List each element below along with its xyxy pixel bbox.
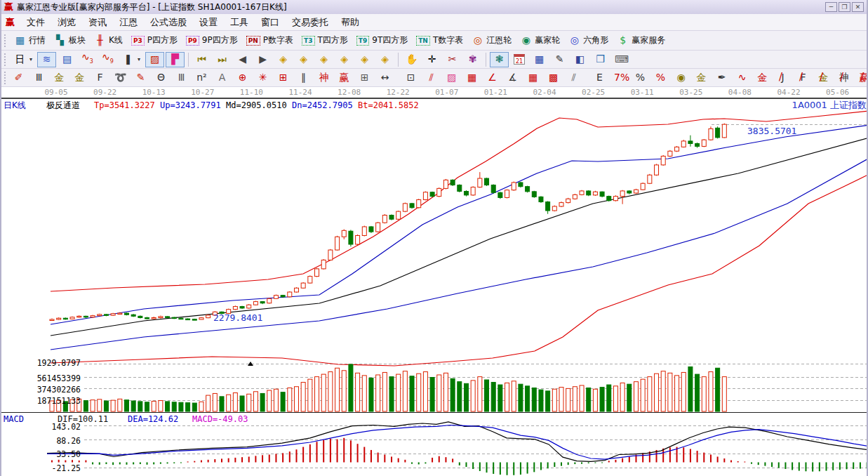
toolbar-button-wave-a[interactable]: ∿: [733, 70, 752, 86]
chart-area[interactable]: 日K线极反通道Tp=3541.3227Up=3243.7791Md=2905.0…: [1, 98, 867, 476]
toolbar-button-draw-pen[interactable]: ✐: [9, 70, 28, 86]
toolbar-grip[interactable]: [4, 34, 7, 47]
toolbar-button-trend-check[interactable]: ∡: [503, 70, 522, 86]
toolbar-button-gold-ratio-lines-2[interactable]: 金: [70, 70, 89, 86]
toolbar-button-wave-3[interactable]: ∿3: [78, 52, 97, 67]
toolbar-button-pattern-tool[interactable]: ▨: [145, 52, 164, 67]
toolbar-button-f-angle[interactable]: F: [794, 70, 813, 86]
toolbar-button-stats-bars[interactable]: Ε: [590, 70, 609, 86]
toolbar-button-t-square[interactable]: T3T四方形: [298, 33, 352, 48]
toolbar-button-9p-square[interactable]: P99P四方形: [182, 33, 241, 48]
toolbar-button-red-grid[interactable]: ▦: [523, 70, 542, 86]
menu-item-tools[interactable]: 工具: [224, 15, 255, 30]
toolbar-button-p-square[interactable]: P3P四方形: [128, 33, 181, 48]
toolbar-button-t-digit-table[interactable]: TNT数字表: [413, 33, 467, 48]
toolbar-button-angle-fan[interactable]: ∠: [483, 70, 502, 86]
toolbar-button-p-digit-table[interactable]: PNP数字表: [243, 33, 297, 48]
toolbar-button-compress-horizontal[interactable]: ◈: [335, 52, 354, 67]
toolbar-button-kline[interactable]: ╫K线: [91, 33, 126, 48]
toolbar-button-step-back[interactable]: ◀: [233, 52, 252, 67]
menu-item-news[interactable]: 资讯: [82, 15, 113, 30]
toolbar-button-star-web[interactable]: ✳: [253, 70, 272, 86]
toolbar-button-crosshair[interactable]: ✛: [422, 52, 441, 67]
toolbar-button-pan-left[interactable]: ◈: [274, 52, 293, 67]
toolbar-button-n-square[interactable]: n²: [192, 70, 211, 86]
toolbar-button-grid-123[interactable]: ⊞: [355, 70, 374, 86]
toolbar-button-export-share[interactable]: ❒: [591, 52, 610, 67]
toolbar-button-calculator[interactable]: ▦: [530, 52, 549, 67]
menu-item-trade-entrust[interactable]: 交易委托: [286, 15, 335, 30]
toolbar-button-9t-square[interactable]: T99T四方形: [353, 33, 411, 48]
menu-item-gann[interactable]: 江恩: [113, 15, 144, 30]
toolbar-button-ying-angle[interactable]: 赢: [855, 70, 867, 86]
toolbar-button-time-box[interactable]: ▦: [462, 70, 481, 86]
toolbar-button-notes[interactable]: ✎: [550, 52, 569, 67]
toolbar-button-expand-vertical[interactable]: ◈: [375, 52, 394, 67]
menu-item-settings[interactable]: 设置: [193, 15, 224, 30]
toolbar-button-measure[interactable]: ✂: [443, 52, 462, 67]
restore-button[interactable]: ❐: [839, 2, 850, 12]
toolbar-button-red-grid-2[interactable]: ▩: [544, 70, 563, 86]
toolbar-button-save[interactable]: ◧: [570, 52, 589, 67]
toolbar-button-flag-pen[interactable]: ✒: [712, 70, 731, 86]
toolbar-button-remote-data[interactable]: ⌨: [611, 52, 630, 67]
toolbar-button-grid-lines[interactable]: Ⅲ: [29, 70, 48, 86]
toolbar-button-j-angle[interactable]: J: [773, 70, 792, 86]
toolbar-button-wave-9[interactable]: ∿9: [98, 52, 117, 67]
close-button[interactable]: ✕: [852, 2, 864, 12]
menu-item-help[interactable]: 帮助: [335, 15, 366, 30]
menu-item-formula-picker[interactable]: 公式选股: [144, 15, 193, 30]
toolbar-button-grid-star[interactable]: ⊞: [274, 70, 293, 86]
toolbar-button-step-forward[interactable]: ▶: [253, 52, 272, 67]
toolbar-grip[interactable]: [4, 53, 7, 66]
toolbar-button-gann-fan[interactable]: ⫽: [422, 70, 441, 86]
toolbar-button-winner-service[interactable]: $赢家服务: [613, 33, 669, 48]
toolbar-button-angle-tool[interactable]: A: [213, 70, 232, 86]
toolbar-button-jump-first[interactable]: ⏮: [192, 52, 211, 67]
toolbar-button-gold-line[interactable]: 金: [692, 70, 711, 86]
toolbar-button-analysis-brain[interactable]: ❃: [490, 52, 509, 67]
toolbar-button-sectors[interactable]: ▚板块: [51, 33, 89, 48]
toolbar-button-ratio-lines[interactable]: Ⅲ: [172, 70, 191, 86]
toolbar-button-spiral[interactable]: ➰: [111, 70, 130, 86]
toolbar-button-period-selector[interactable]: 日▾: [11, 52, 36, 67]
toolbar-button-percent-7[interactable]: 7%: [610, 70, 629, 86]
toolbar-button-hexagon[interactable]: ◎六角形: [565, 33, 612, 48]
toolbar-button-gann-shape[interactable]: ✾: [463, 52, 482, 67]
toolbar-button-quotes[interactable]: ▦行情: [11, 33, 49, 48]
toolbar-button-shen-lines[interactable]: 神: [314, 70, 333, 86]
toolbar-button-histogram-tool[interactable]: ▛: [166, 52, 185, 67]
toolbar-button-gann-wheel[interactable]: ◎江恩轮: [468, 33, 515, 48]
toolbar-button-price-box[interactable]: ▨: [442, 70, 461, 86]
toolbar-button-winner-wheel[interactable]: ◉赢家轮: [516, 33, 563, 48]
toolbar-button-percent-lines[interactable]: ∥: [294, 70, 313, 86]
toolbar-button-gold-ratio-lines[interactable]: 金: [50, 70, 69, 86]
main-chart-svg[interactable]: 日K线极反通道Tp=3541.3227Up=3243.7791Md=2905.0…: [1, 98, 868, 476]
toolbar-button-jump-last[interactable]: ⏭: [213, 52, 232, 67]
toolbar-button-draw-marker[interactable]: ✎: [131, 70, 150, 86]
menu-item-browse[interactable]: 浏览: [51, 15, 82, 30]
minimize-button[interactable]: ─: [825, 2, 837, 12]
toolbar-button-info-panel[interactable]: ▤: [58, 52, 76, 67]
toolbar-button-compass-target[interactable]: ⊕: [233, 70, 252, 86]
toolbar-button-width-arrows[interactable]: ↔: [375, 70, 394, 86]
toolbar-button-gold-angle[interactable]: 金: [814, 70, 833, 86]
toolbar-button-ying-lines[interactable]: 赢: [335, 70, 354, 86]
toolbar-button-compress-vertical[interactable]: ◈: [355, 52, 374, 67]
toolbar-button-percent-eq[interactable]: %: [651, 70, 670, 86]
toolbar-button-shen-angle[interactable]: 神: [834, 70, 853, 86]
toolbar-button-parallel-lines[interactable]: ⫽: [564, 70, 583, 86]
toolbar-button-box-tool[interactable]: ⊡: [401, 70, 420, 86]
toolbar-button-circle-degrees[interactable]: Θ: [152, 70, 171, 86]
toolbar-grip[interactable]: [4, 72, 6, 84]
toolbar-button-gold-circle[interactable]: ◉: [672, 70, 690, 86]
toolbar-button-percent[interactable]: %: [631, 70, 650, 86]
toolbar-button-calendar[interactable]: 21: [510, 52, 528, 67]
menu-item-window[interactable]: 窗口: [255, 15, 286, 30]
toolbar-button-pan-right[interactable]: ◈: [294, 52, 313, 67]
toolbar-button-candle-style[interactable]: ❚▾: [119, 52, 144, 67]
toolbar-button-fibonacci-lines[interactable]: F: [91, 70, 109, 86]
toolbar-button-gold-red[interactable]: 金: [753, 70, 772, 86]
toolbar-button-chart-pattern[interactable]: ≋: [37, 52, 56, 67]
toolbar-button-hand-tool[interactable]: ✋: [402, 52, 421, 67]
